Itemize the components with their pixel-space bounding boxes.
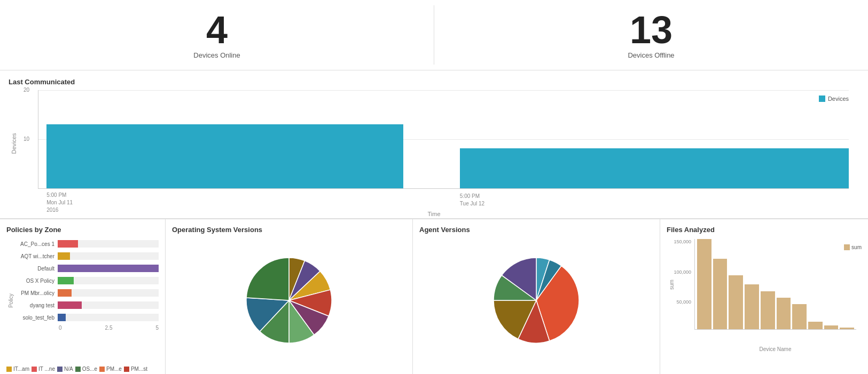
files-bar-fill (697, 239, 711, 329)
os-title: Operating System Versions (172, 226, 406, 234)
policy-bar-fill (58, 289, 72, 297)
y-tick-100k: 100,000 (674, 269, 691, 275)
legend-devices-label: Devices (828, 96, 849, 102)
devices-online-label: Devices Online (5, 51, 428, 59)
policy-bar-row: solo_test_feb (15, 313, 159, 322)
files-bar-col (824, 239, 839, 329)
agent-title: Agent Versions (419, 226, 653, 234)
files-bars (694, 239, 856, 330)
files-bar-fill (808, 322, 823, 329)
devices-online-number: 4 (5, 11, 428, 49)
legend-label-text: PM...e (106, 366, 122, 372)
policies-y-label: Policy (8, 293, 14, 308)
files-legend-label: sum (851, 244, 862, 250)
policy-bar-row: Default (15, 264, 159, 273)
files-title: Files Analyzed (667, 226, 862, 234)
devices-offline-box: 13 Devices Offline (434, 5, 868, 65)
x-tick-0: 0 (59, 325, 62, 331)
policy-legend-item: OS...e (75, 366, 97, 372)
policy-bar-label: AC_Po...ces 1 (15, 241, 58, 247)
policy-legend-item: IT...am (6, 366, 29, 372)
policy-legend-item: IT ...ne (32, 366, 55, 372)
files-bar-fill (729, 275, 743, 329)
bar-2 (460, 148, 849, 188)
legend-color-dot (124, 367, 129, 372)
policy-bar-row: dyang test (15, 300, 159, 310)
policy-bar-label: PM Mbr...olicy (15, 290, 58, 296)
files-bar-fill (824, 325, 839, 329)
files-bar-col (840, 239, 854, 329)
policy-bar-fill (58, 265, 159, 272)
files-bar-fill (792, 304, 807, 329)
legend-color-dot (57, 367, 62, 372)
policy-bar-track (58, 265, 159, 272)
policy-bar-fill (58, 314, 66, 321)
bar-1 (46, 124, 403, 188)
files-bar-fill (840, 328, 854, 329)
files-bar-fill (761, 291, 775, 329)
files-legend-color (844, 244, 850, 250)
chart-legend: Devices (819, 96, 849, 102)
legend-color-dot (6, 367, 12, 372)
bottom-charts-row: Policies by Zone Policy AC_Po...ces 1 AQ… (0, 219, 868, 374)
legend-label-text: N/A (64, 366, 73, 372)
files-bar-fill (745, 284, 759, 330)
legend-label-text: PM...st (131, 366, 147, 372)
y-tick-20: 20 (24, 87, 29, 93)
policy-legend-item: PM...e (99, 366, 122, 372)
x-axis-title: Time (9, 211, 859, 217)
legend-label-text: IT...am (13, 366, 29, 372)
policy-bar-fill (58, 252, 70, 260)
devices-online-box: 4 Devices Online (0, 5, 434, 65)
legend-label-text: OS...e (82, 366, 97, 372)
files-bar-col (713, 239, 728, 329)
policy-bar-fill (58, 277, 74, 284)
policy-bar-track (58, 289, 159, 297)
policy-bar-track (58, 252, 159, 260)
policy-legend: IT...amIT ...neN/AOS...ePM...ePM...stRT.… (6, 366, 159, 374)
y-tick-50k: 50,000 (676, 299, 691, 305)
policy-legend-item: PM...st (124, 366, 147, 372)
policy-bar-row: OS X Policy (15, 276, 159, 285)
policy-bar-row: PM Mbr...olicy (15, 288, 159, 298)
files-y-label: sum (669, 280, 675, 290)
files-bar-fill (777, 298, 791, 329)
files-bar-col (745, 239, 759, 329)
devices-offline-number: 13 (440, 11, 863, 49)
policy-bar-fill (58, 240, 78, 248)
top-stats-row: 4 Devices Online 13 Devices Offline (0, 0, 868, 70)
policy-bar-fill (58, 301, 82, 309)
policy-bar-label: solo_test_feb (15, 315, 58, 321)
policy-bar-track (58, 277, 159, 284)
legend-devices-color (819, 96, 825, 102)
policy-legend-item: N/A (57, 366, 73, 372)
policy-bar-track (58, 240, 159, 248)
files-bar-fill (713, 259, 728, 329)
policy-bar-row: AQT wi...tcher (15, 251, 159, 261)
last-communicated-section: Last Communicated Devices 20 10 5:00 PMM… (0, 70, 868, 219)
y-tick-150k: 150,000 (674, 239, 691, 244)
files-bar-col (808, 239, 823, 329)
policies-title: Policies by Zone (6, 226, 159, 234)
files-x-label: Device Name (694, 346, 856, 352)
policy-bar-label: AQT wi...tcher (15, 253, 58, 259)
policy-bar-track (58, 301, 159, 309)
y-axis-label: Devices (11, 133, 17, 154)
y-tick-10: 10 (24, 136, 29, 142)
policy-bar-track (58, 314, 159, 321)
policy-bar-row: AC_Po...ces 1 (15, 239, 159, 249)
policy-bar-label: Default (15, 266, 58, 272)
agent-pie-chart (483, 247, 590, 354)
legend-color-dot (75, 367, 81, 372)
agent-versions-panel: Agent Versions (413, 219, 660, 374)
policy-bar-label: dyang test (15, 303, 58, 308)
x-tick-25: 2.5 (105, 325, 113, 331)
last-communicated-title: Last Communicated (9, 78, 859, 86)
files-bar-col (777, 239, 791, 329)
legend-color-dot (32, 367, 37, 372)
os-versions-panel: Operating System Versions (166, 219, 413, 374)
files-bar-col (697, 239, 711, 329)
policy-bars: AC_Po...ces 1 AQT wi...tcher Default OS … (15, 239, 159, 322)
files-bar-col (729, 239, 743, 329)
legend-color-dot (99, 367, 105, 372)
